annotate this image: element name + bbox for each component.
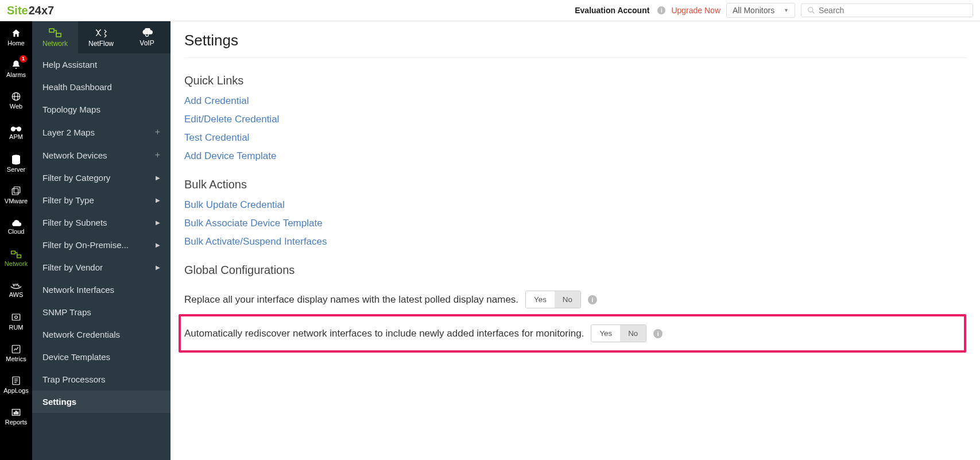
sidebar-device-templates[interactable]: Device Templates <box>32 346 171 368</box>
side-list: Help Assistant Health Dashboard Topology… <box>32 53 171 460</box>
logo-text-a: Site <box>7 4 28 17</box>
svg-rect-21 <box>14 412 15 414</box>
evaluation-account-label: Evaluation Account <box>575 6 649 15</box>
alarms-badge: 1 <box>20 55 27 63</box>
toggle-yes[interactable]: Yes <box>591 325 620 342</box>
subnav-network[interactable]: Network <box>32 21 78 53</box>
voip-tab-icon <box>141 28 153 37</box>
rail-metrics[interactable]: Metrics <box>0 337 32 369</box>
link-edit-delete-credential[interactable]: Edit/Delete Credential <box>184 114 966 125</box>
rail-aws[interactable]: AWS <box>0 274 32 306</box>
rail-vmware[interactable]: VMware <box>0 179 32 211</box>
chevron-right-icon: ▶ <box>156 219 160 226</box>
plus-icon[interactable]: + <box>155 150 160 160</box>
subnav-voip[interactable]: VoIP <box>124 21 170 53</box>
page-title: Settings <box>184 32 966 58</box>
logo[interactable]: Site 24x7 <box>7 4 54 17</box>
link-bulk-associate-template[interactable]: Bulk Associate Device Template <box>184 218 966 229</box>
cloud-icon <box>10 219 22 227</box>
rail-reports[interactable]: Reports <box>0 400 32 432</box>
toggle-no[interactable]: No <box>555 291 580 308</box>
rail-alarms[interactable]: 1 Alarms <box>0 53 32 84</box>
subnav-netflow[interactable]: NetFlow <box>78 21 124 53</box>
upgrade-link[interactable]: Upgrade Now <box>671 6 721 15</box>
vmware-icon <box>11 186 21 196</box>
sidebar-filter-category[interactable]: Filter by Category▶ <box>32 167 171 189</box>
logo-text-b: 24x7 <box>29 4 55 17</box>
sidebar-snmp-traps[interactable]: SNMP Traps <box>32 301 171 323</box>
link-bulk-activate-suspend[interactable]: Bulk Activate/Suspend Interfaces <box>184 236 966 248</box>
sidebar-help-assistant[interactable]: Help Assistant <box>32 53 171 76</box>
quick-links-title: Quick Links <box>184 74 966 87</box>
svg-rect-7 <box>15 127 18 129</box>
sidebar-trap-processors[interactable]: Trap Processors <box>32 368 171 391</box>
config-row-replace-names: Replace all your interface display names… <box>184 285 966 314</box>
rail-apm[interactable]: APM <box>0 116 32 148</box>
rail-rum[interactable]: RUM <box>0 306 32 337</box>
toggle-yes[interactable]: Yes <box>526 291 555 308</box>
top-bar: Site 24x7 Evaluation Account i Upgrade N… <box>0 0 980 21</box>
svg-rect-23 <box>17 412 18 414</box>
chevron-right-icon: ▶ <box>156 175 160 181</box>
rail-network[interactable]: Network <box>0 242 32 274</box>
left-rail: Home 1 Alarms Web APM Server VMware Clou… <box>0 21 32 460</box>
main-content: Settings Quick Links Add Credential Edit… <box>171 21 980 460</box>
toggle-no[interactable]: No <box>620 325 646 342</box>
network-tab-icon <box>48 28 62 38</box>
svg-rect-10 <box>14 187 20 193</box>
svg-rect-12 <box>17 254 21 257</box>
chevron-right-icon: ▶ <box>156 197 160 203</box>
monitor-select-value: All Monitors <box>733 6 774 15</box>
sidebar-filter-onpremise[interactable]: Filter by On-Premise...▶ <box>32 234 171 256</box>
rum-icon <box>11 312 21 323</box>
reports-icon <box>11 407 21 418</box>
sidebar-network-interfaces[interactable]: Network Interfaces <box>32 279 171 301</box>
toggle-rediscover: Yes No <box>591 324 646 342</box>
chevron-right-icon: ▶ <box>156 242 160 248</box>
link-bulk-update-credential[interactable]: Bulk Update Credential <box>184 199 966 211</box>
sidebar-filter-type[interactable]: Filter by Type▶ <box>32 189 171 211</box>
aws-icon <box>10 282 22 290</box>
link-add-device-template[interactable]: Add Device Template <box>184 150 966 162</box>
info-icon[interactable]: i <box>588 295 597 304</box>
info-icon[interactable]: i <box>657 6 665 14</box>
svg-line-1 <box>812 11 815 14</box>
sidebar-network-credentials[interactable]: Network Credentials <box>32 323 171 346</box>
globe-icon <box>11 91 21 102</box>
rail-cloud[interactable]: Cloud <box>0 211 32 242</box>
binoculars-icon <box>10 124 22 132</box>
sidebar-filter-vendor[interactable]: Filter by Vendor▶ <box>32 256 171 279</box>
global-config-title: Global Configurations <box>184 264 966 277</box>
sidebar-network-devices[interactable]: Network Devices+ <box>32 144 171 167</box>
monitor-select[interactable]: All Monitors <box>726 3 795 18</box>
search-box[interactable] <box>801 3 973 17</box>
rail-home[interactable]: Home <box>0 21 32 53</box>
config-row-rediscover: Automatically rediscover network interfa… <box>179 314 966 353</box>
metrics-icon <box>11 344 21 354</box>
plus-icon[interactable]: + <box>155 127 160 137</box>
rail-applogs[interactable]: AppLogs <box>0 369 32 400</box>
rail-web[interactable]: Web <box>0 84 32 116</box>
netflow-tab-icon <box>94 28 108 38</box>
rail-server[interactable]: Server <box>0 148 32 179</box>
search-input[interactable] <box>819 6 967 15</box>
chevron-right-icon: ▶ <box>156 264 160 270</box>
search-icon <box>807 6 815 14</box>
svg-rect-11 <box>11 251 16 254</box>
svg-point-0 <box>808 7 813 12</box>
sidebar-health-dashboard[interactable]: Health Dashboard <box>32 76 171 98</box>
sidebar-filter-subnets[interactable]: Filter by Subnets▶ <box>32 211 171 234</box>
config-label: Automatically rediscover network interfa… <box>184 328 584 339</box>
info-icon[interactable]: i <box>653 329 663 338</box>
sidebar-settings[interactable]: Settings <box>32 391 171 413</box>
applogs-icon <box>11 376 21 386</box>
link-test-credential[interactable]: Test Credential <box>184 132 966 144</box>
config-label: Replace all your interface display names… <box>184 294 518 306</box>
svg-point-14 <box>15 316 18 319</box>
sidebar-topology-maps[interactable]: Topology Maps <box>32 98 171 121</box>
toggle-replace-names: Yes No <box>525 291 581 308</box>
sidebar-layer2-maps[interactable]: Layer 2 Maps+ <box>32 121 171 144</box>
link-add-credential[interactable]: Add Credential <box>184 95 966 107</box>
side-column: Network NetFlow VoIP Help Assistant Heal… <box>32 21 171 460</box>
svg-rect-24 <box>49 29 54 32</box>
